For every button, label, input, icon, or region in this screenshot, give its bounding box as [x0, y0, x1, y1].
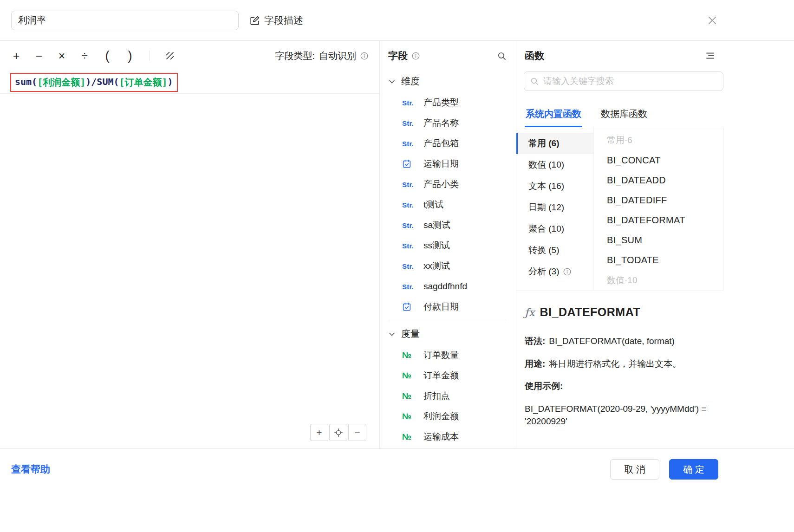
view-help-link[interactable]: 查看帮助: [11, 463, 50, 476]
calendar-icon: [402, 302, 419, 311]
category-numeric[interactable]: 数值 (10): [516, 154, 593, 175]
info-icon[interactable]: [563, 268, 571, 276]
usage-value: 将日期进行格式化，并输出文本。: [549, 359, 681, 369]
string-type-icon: Str.: [402, 99, 419, 107]
cancel-button[interactable]: 取 消: [610, 459, 659, 480]
field-label: 产品包箱: [423, 137, 459, 149]
category-common[interactable]: 常用 (6): [516, 133, 593, 154]
function-list-item[interactable]: BI_TODATE: [607, 250, 723, 270]
dimensions-label: 维度: [401, 75, 420, 88]
field-item-dimension[interactable]: 运输日期: [380, 154, 516, 174]
formula-field-ref: [订单金额]: [119, 76, 168, 89]
function-list-item[interactable]: BI_DATEFORMAT: [607, 210, 723, 230]
close-icon[interactable]: [707, 15, 718, 26]
dialog-body: + − × ÷ ( ) 字段类型: 自动识别: [0, 41, 794, 448]
string-type-icon: Str.: [402, 242, 419, 250]
formula-input-area[interactable]: sum( [利润金额] )/SUM( [订单金额] ): [0, 71, 379, 94]
function-category-list: 常用 (6) 数值 (10) 文本 (16) 日期 (12) 聚合 (10) 转…: [516, 127, 594, 290]
usage-label: 用途:: [525, 359, 545, 369]
field-item-dimension[interactable]: Str.产品小类: [380, 174, 516, 195]
field-item-dimension[interactable]: Str.t测试: [380, 195, 516, 215]
syntax-label: 语法:: [525, 336, 545, 346]
zoom-out-button[interactable]: −: [348, 424, 366, 441]
tab-database-functions[interactable]: 数据库函数: [600, 102, 648, 127]
category-date[interactable]: 日期 (12): [516, 197, 593, 218]
measures-label: 度量: [401, 328, 420, 340]
open-paren-button[interactable]: (: [102, 50, 112, 62]
string-type-icon: Str.: [402, 221, 419, 229]
fields-panel-header: 字段: [380, 41, 516, 71]
calendar-icon: [402, 159, 419, 169]
syntax-value: BI_DATEFORMAT(date, format): [549, 336, 675, 346]
function-list-item[interactable]: BI_SUM: [607, 230, 723, 250]
measures-section-header[interactable]: 度量: [380, 323, 516, 345]
function-list-item[interactable]: BI_CONCAT: [607, 150, 723, 170]
info-icon[interactable]: [360, 52, 368, 60]
field-label: 运输成本: [423, 431, 459, 443]
category-text[interactable]: 文本 (16): [516, 175, 593, 197]
function-group-header: 常用·6: [607, 130, 723, 150]
info-icon[interactable]: [412, 52, 420, 60]
search-icon[interactable]: [497, 51, 507, 61]
locate-cursor-button[interactable]: [329, 424, 347, 441]
category-label: 数值 (10): [528, 159, 564, 171]
field-label: ss测试: [423, 240, 450, 252]
field-item-dimension[interactable]: Str.xx测试: [380, 256, 516, 276]
function-search-input[interactable]: [543, 76, 717, 86]
zoom-in-button[interactable]: +: [310, 424, 328, 441]
collapse-panel-icon[interactable]: [705, 51, 715, 61]
field-item-measure[interactable]: №订单数量: [380, 345, 516, 365]
divide-operator-button[interactable]: ÷: [79, 50, 90, 62]
field-name-input[interactable]: [11, 11, 239, 30]
field-item-measure[interactable]: №订单金额: [380, 365, 516, 386]
field-item-dimension[interactable]: Str.产品类型: [380, 92, 516, 113]
section-divider: [388, 321, 508, 321]
category-label: 日期 (12): [528, 201, 564, 214]
field-label: sagddfhnfd: [423, 281, 467, 292]
field-label: 订单金额: [423, 370, 459, 382]
category-convert[interactable]: 转换 (5): [516, 240, 593, 261]
function-search-box: [524, 71, 723, 91]
field-item-measure[interactable]: №利润金额: [380, 406, 516, 427]
function-syntax-row: 语法:BI_DATEFORMAT(date, format): [525, 335, 715, 348]
minus-operator-button[interactable]: −: [34, 50, 44, 62]
field-item-dimension[interactable]: Str.产品包箱: [380, 133, 516, 154]
function-list-item[interactable]: BI_DATEDIFF: [607, 190, 723, 210]
function-list-item[interactable]: BI_DATEADD: [607, 170, 723, 190]
fx-icon: ƒx: [525, 306, 534, 318]
function-tabs: 系统内置函数 数据库函数: [516, 102, 723, 127]
search-icon: [530, 77, 539, 86]
field-item-dimension[interactable]: Str.ss测试: [380, 235, 516, 256]
toolbar-divider: [150, 51, 150, 61]
category-analysis[interactable]: 分析 (3): [516, 261, 593, 282]
field-type-value: 自动识别: [319, 50, 356, 62]
dialog-footer: 查看帮助 取 消 确 定: [0, 448, 794, 532]
multiply-operator-button[interactable]: ×: [57, 50, 67, 62]
field-item-dimension[interactable]: 付款日期: [380, 297, 516, 317]
field-description-button[interactable]: 字段描述: [250, 14, 303, 27]
field-item-dimension[interactable]: Str.sa测试: [380, 215, 516, 235]
string-type-icon: Str.: [402, 262, 419, 270]
string-type-icon: Str.: [402, 119, 419, 127]
field-item-measure[interactable]: №运输成本: [380, 427, 516, 447]
formula-expression[interactable]: sum( [利润金额] )/SUM( [订单金额] ): [10, 73, 178, 92]
tab-system-functions[interactable]: 系统内置函数: [525, 102, 582, 127]
close-paren-button[interactable]: ): [125, 50, 135, 62]
category-aggregate[interactable]: 聚合 (10): [516, 218, 593, 240]
chevron-down-icon: [388, 331, 396, 338]
field-item-dimension[interactable]: Str.sagddfhnfd: [380, 276, 516, 297]
function-list: 常用·6 BI_CONCAT BI_DATEADD BI_DATEDIFF BI…: [594, 127, 723, 290]
field-type-label: 字段类型:: [275, 50, 315, 62]
string-type-icon: Str.: [402, 140, 419, 148]
dimensions-section-header[interactable]: 维度: [380, 71, 516, 92]
function-detail-name: BI_DATEFORMAT: [540, 305, 640, 319]
field-item-measure[interactable]: №折扣点: [380, 386, 516, 406]
formula-keyword: sum(: [15, 76, 37, 89]
confirm-button[interactable]: 确 定: [669, 459, 718, 480]
field-label: 利润金额: [423, 410, 459, 422]
field-item-dimension[interactable]: Str.产品名称: [380, 113, 516, 133]
format-icon[interactable]: [164, 50, 176, 61]
formula-keyword: )/SUM(: [85, 76, 119, 89]
edit-icon: [250, 15, 260, 26]
plus-operator-button[interactable]: +: [11, 50, 21, 62]
